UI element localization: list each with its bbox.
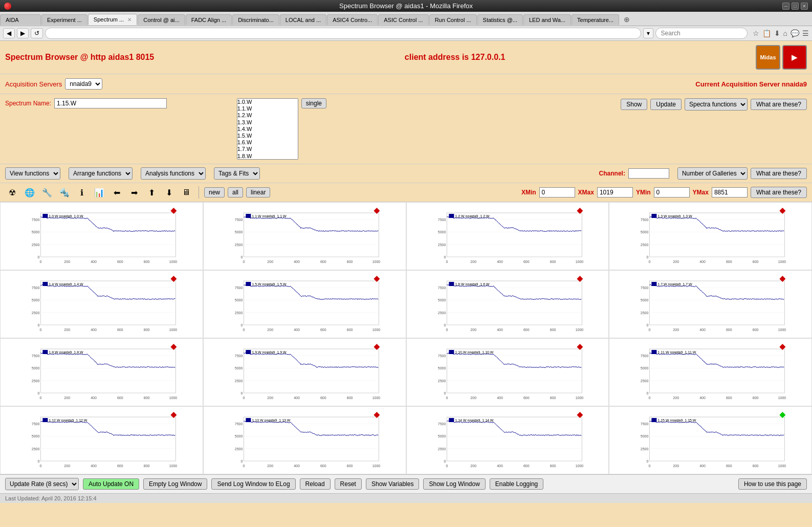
svg-text:1000: 1000 <box>169 328 178 332</box>
menu-icon[interactable]: ☰ <box>802 29 809 37</box>
new-tab-button[interactable]: ⊕ <box>620 13 634 26</box>
gallery-cell[interactable]: 0250050007500020040060080010001.3.W nnai… <box>609 202 812 270</box>
empty-log-button[interactable]: Empty Log Window <box>143 478 207 490</box>
maximize-button[interactable]: □ <box>792 3 799 10</box>
tab-asic-control[interactable]: ASIC Control ... <box>378 14 428 25</box>
tools-icon[interactable]: 🔧 <box>40 185 54 200</box>
gallery-cell[interactable]: 0250050007500020040060080010001.11.W nna… <box>609 338 812 406</box>
reset-button[interactable]: Reset <box>335 478 362 490</box>
search-input[interactable] <box>655 28 748 39</box>
arrow-up-icon[interactable]: ⬆ <box>144 185 159 200</box>
gallery-cell[interactable]: 0250050007500020040060080010001.7.W nnai… <box>609 270 812 338</box>
linear-button[interactable]: linear <box>246 187 270 197</box>
back-button[interactable]: ◀ <box>3 28 15 38</box>
what-are-these-1[interactable]: What are these? <box>751 99 807 110</box>
gallery-cell[interactable]: 0250050007500020040060080010001.1.W nnai… <box>203 202 406 270</box>
tab-asic4[interactable]: ASIC4 Contro... <box>327 14 378 25</box>
minimize-button[interactable]: ─ <box>782 3 789 10</box>
tab-temperature[interactable]: Temperature... <box>572 14 619 25</box>
tab-aida[interactable]: AIDA <box>0 14 41 25</box>
enable-logging-button[interactable]: Enable Logging <box>490 478 543 490</box>
update-rate-select[interactable]: Update Rate (8 secs) <box>5 478 79 490</box>
arrow-right-icon[interactable]: ➡ <box>127 185 141 200</box>
close-window-button[interactable]: ✕ <box>801 3 808 10</box>
settings-icon[interactable]: 🔩 <box>57 185 72 200</box>
radiation-icon[interactable]: ☢ <box>5 185 19 200</box>
tags-fits-select[interactable]: Tags & Fits <box>214 167 260 180</box>
history-button[interactable]: ▾ <box>643 28 653 38</box>
what-are-these-3[interactable]: What are these? <box>751 187 807 198</box>
monitor-icon[interactable]: 🖥 <box>179 185 193 200</box>
show-log-button[interactable]: Show Log Window <box>423 478 485 490</box>
close-icon[interactable] <box>4 3 11 10</box>
gallery-cell[interactable]: 0250050007500020040060080010001.4.W nnai… <box>0 270 203 338</box>
gallery-cell[interactable]: 0250050007500020040060080010001.0.W nnai… <box>0 202 203 270</box>
tab-close-icon[interactable]: ✕ <box>127 17 131 23</box>
gallery-cell[interactable]: 0250050007500020040060080010001.15.W nna… <box>609 406 812 474</box>
update-button[interactable]: Update <box>650 99 682 110</box>
tab-experiment[interactable]: Experiment ... <box>41 14 87 25</box>
tab-led[interactable]: LED and Wa... <box>523 14 571 25</box>
globe-icon[interactable]: 🌐 <box>23 185 37 200</box>
tab-local[interactable]: LOCAL and ... <box>280 14 326 25</box>
tab-fadc[interactable]: FADC Align ... <box>186 14 232 25</box>
gallery-cell[interactable]: 0250050007500020040060080010001.14.W nna… <box>406 406 609 474</box>
chat-icon[interactable]: 💬 <box>791 29 799 37</box>
new-button[interactable]: new <box>204 187 225 197</box>
reload-button[interactable]: Reload <box>300 478 331 490</box>
forward-button[interactable]: ▶ <box>17 28 29 38</box>
show-variables-button[interactable]: Show Variables <box>366 478 420 490</box>
svg-text:2500: 2500 <box>235 447 243 451</box>
url-bar[interactable]: localhost:8015/Spectrum/Spectrum.tml <box>45 28 641 39</box>
svg-rect-231 <box>42 418 48 422</box>
send-log-button[interactable]: Send Log Window to ELog <box>211 478 295 490</box>
refresh-button[interactable]: ↺ <box>31 28 43 38</box>
gallery-cell[interactable]: 0250050007500020040060080010001.13.W nna… <box>203 406 406 474</box>
xmin-input[interactable] <box>539 187 575 197</box>
how-to-button[interactable]: How to use this page <box>738 478 807 490</box>
svg-text:400: 400 <box>497 328 503 332</box>
info-icon[interactable]: ℹ <box>75 185 89 200</box>
tab-control[interactable]: Control @ ai... <box>138 14 185 25</box>
gallery-cell[interactable]: 0250050007500020040060080010001.12.W nna… <box>0 406 203 474</box>
gallery-cell[interactable]: 0250050007500020040060080010001.9.W nnai… <box>203 338 406 406</box>
gallery-cell[interactable]: 0250050007500020040060080010001.6.W nnai… <box>406 270 609 338</box>
gallery-cell[interactable]: 0250050007500020040060080010001.10.W nna… <box>406 338 609 406</box>
auto-update-button[interactable]: Auto Update ON <box>83 478 139 490</box>
arrange-functions-select[interactable]: Arrange functions <box>69 167 133 180</box>
spectrum-name-input[interactable] <box>54 98 167 108</box>
gallery-cell[interactable]: 0250050007500020040060080010001.2.W nnai… <box>406 202 609 270</box>
home-icon[interactable]: ⌂ <box>783 29 787 37</box>
single-button[interactable]: single <box>301 98 326 108</box>
svg-text:0: 0 <box>649 260 651 264</box>
xmax-input[interactable] <box>597 187 633 197</box>
svg-text:0: 0 <box>444 459 446 463</box>
bookmark-save-icon[interactable]: 📋 <box>762 29 771 37</box>
tab-discriminator[interactable]: Discriminato... <box>232 14 279 25</box>
arrow-down-icon[interactable]: ⬇ <box>162 185 176 200</box>
what-are-these-2[interactable]: What are these? <box>751 168 807 179</box>
gallery-cell[interactable]: 0250050007500020040060080010001.8.W nnai… <box>0 338 203 406</box>
analysis-functions-select[interactable]: Analysis functions <box>141 167 206 180</box>
gallery-cell[interactable]: 0250050007500020040060080010001.5.W nnai… <box>203 270 406 338</box>
view-functions-select[interactable]: View functions <box>5 167 60 180</box>
ymax-input[interactable] <box>712 187 748 197</box>
channel-input[interactable] <box>628 168 669 179</box>
bookmark-icon[interactable]: ☆ <box>753 29 759 37</box>
tab-statistics[interactable]: Statistics @... <box>477 14 523 25</box>
arrow-left-icon[interactable]: ⬅ <box>109 185 124 200</box>
spectra-functions-select[interactable]: Spectra functions <box>685 98 748 111</box>
chart-icon[interactable]: 📊 <box>92 185 106 200</box>
ymin-input[interactable] <box>654 187 690 197</box>
tab-spectrum[interactable]: Spectrum ... ✕ <box>88 14 137 25</box>
all-button[interactable]: all <box>228 187 243 197</box>
tab-run-control[interactable]: Run Control ... <box>429 14 477 25</box>
download-icon[interactable]: ⬇ <box>774 29 780 37</box>
acq-server-select[interactable]: nnaida9 <box>65 78 102 90</box>
show-button[interactable]: Show <box>621 99 647 110</box>
svg-text:2500: 2500 <box>32 311 40 315</box>
spectrum-listbox[interactable]: 1.0.W 1.1.W 1.2.W 1.3.W 1.4.W 1.5.W 1.6.… <box>237 98 298 160</box>
svg-text:5000: 5000 <box>641 230 649 234</box>
svg-text:0: 0 <box>647 323 649 327</box>
galleries-select[interactable]: Number of Galleries <box>677 167 748 180</box>
